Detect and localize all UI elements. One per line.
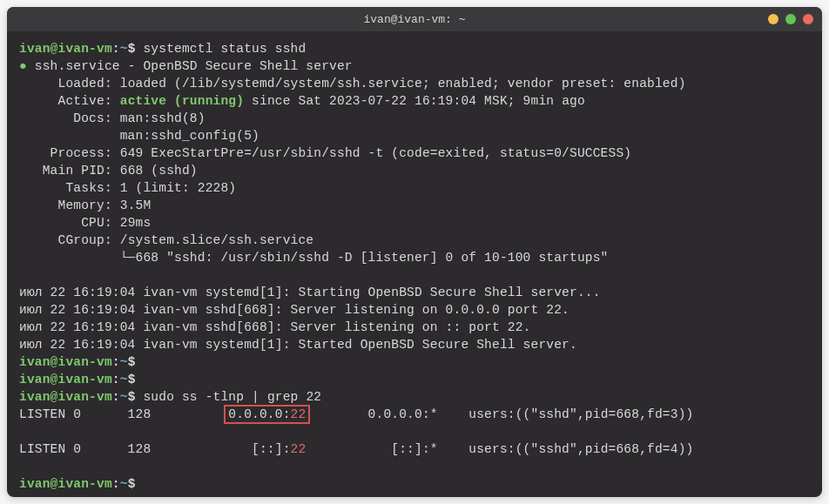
loaded-label: Loaded: bbox=[58, 77, 112, 91]
cpu-value: 29ms bbox=[120, 216, 152, 230]
mainpid-value: 668 (sshd) bbox=[120, 164, 198, 178]
cgroup-label: CGroup: bbox=[58, 233, 112, 247]
log-line-4: июл 22 16:19:04 ivan-vm systemd[1]: Star… bbox=[19, 338, 577, 352]
ss-row-2-pre: LISTEN 0 128 bbox=[19, 442, 252, 456]
cgroup-value: /system.slice/ssh.service bbox=[120, 233, 314, 247]
active-since: since Sat 2023-07-22 16:19:04 MSK; 9min … bbox=[244, 94, 585, 108]
mainpid-label: Main PID: bbox=[43, 164, 112, 178]
ss-row-1-addr: 0.0.0.0: bbox=[228, 407, 290, 421]
log-line-1: июл 22 16:19:04 ivan-vm systemd[1]: Star… bbox=[19, 286, 601, 299]
status-dot-icon: ● bbox=[19, 59, 27, 73]
close-button[interactable] bbox=[803, 14, 813, 24]
active-state: active (running) bbox=[120, 94, 244, 108]
tasks-label: Tasks: bbox=[65, 181, 111, 195]
titlebar[interactable]: ivan@ivan-vm: ~ bbox=[7, 7, 822, 31]
terminal-body[interactable]: ivan@ivan-vm:~$ systemctl status sshd ● … bbox=[7, 31, 822, 497]
prompt-user: ivan@ivan-vm bbox=[19, 42, 112, 56]
cpu-label: CPU: bbox=[81, 216, 112, 230]
window-title: ivan@ivan-vm: ~ bbox=[363, 13, 465, 26]
log-line-2: июл 22 16:19:04 ivan-vm sshd[668]: Serve… bbox=[19, 303, 570, 317]
log-line-3: июл 22 16:19:04 ivan-vm sshd[668]: Serve… bbox=[19, 320, 531, 334]
active-label: Active: bbox=[58, 94, 112, 108]
memory-label: Memory: bbox=[58, 198, 112, 212]
prompt-user: ivan@ivan-vm bbox=[19, 373, 112, 386]
ss-row-1-post: 0.0.0.0:* users:(("sshd",pid=668,fd=3)) bbox=[306, 407, 693, 421]
command-1: systemctl status sshd bbox=[143, 42, 306, 56]
cgroup-child: └─668 "sshd: /usr/sbin/sshd -D [listener… bbox=[120, 251, 609, 265]
ss-row-2-port: 22 bbox=[291, 442, 307, 456]
prompt-user: ivan@ivan-vm bbox=[19, 477, 112, 491]
service-unit: ssh.service - OpenBSD Secure Shell serve… bbox=[35, 59, 353, 73]
process-label: Process: bbox=[51, 146, 112, 160]
highlight-box: 0.0.0.0:22 bbox=[224, 405, 310, 424]
maximize-button[interactable] bbox=[785, 14, 796, 24]
tasks-value: 1 (limit: 2228) bbox=[120, 181, 237, 195]
terminal-window: ivan@ivan-vm: ~ ivan@ivan-vm:~$ systemct… bbox=[7, 7, 822, 497]
minimize-button[interactable] bbox=[768, 14, 778, 24]
prompt-user: ivan@ivan-vm bbox=[19, 355, 112, 369]
memory-value: 3.5M bbox=[120, 198, 152, 212]
loaded-value: loaded (/lib/systemd/system/ssh.service;… bbox=[120, 77, 686, 91]
window-controls bbox=[768, 14, 813, 24]
docs-line-2: man:sshd_config(5) bbox=[120, 129, 259, 143]
ss-row-2-post: [::]:* users:(("sshd",pid=668,fd=4)) bbox=[306, 442, 693, 456]
ss-row-1-pre: LISTEN 0 128 bbox=[19, 407, 228, 421]
docs-label: Docs: bbox=[73, 111, 112, 125]
ss-row-1-port: 22 bbox=[291, 407, 307, 421]
process-value: 649 ExecStartPre=/usr/sbin/sshd -t (code… bbox=[120, 146, 632, 160]
prompt-path: ~ bbox=[120, 42, 128, 56]
ss-row-2-addr: [::]: bbox=[252, 442, 291, 456]
prompt-sep: : bbox=[112, 42, 120, 56]
docs-line-1: man:sshd(8) bbox=[120, 111, 206, 125]
prompt-sym: $ bbox=[128, 42, 144, 56]
command-2: sudo ss -tlnp | grep 22 bbox=[143, 390, 321, 404]
prompt-user: ivan@ivan-vm bbox=[19, 390, 112, 404]
